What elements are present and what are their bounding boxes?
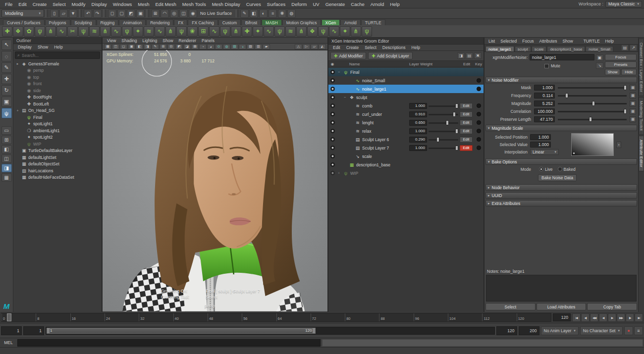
groom-menu-help[interactable]: Help bbox=[409, 45, 423, 50]
expander-icon[interactable]: − bbox=[342, 96, 347, 99]
shelf-tool-icon[interactable]: ⊞ bbox=[198, 26, 209, 37]
groom-row-final[interactable]: −ψFinal bbox=[328, 68, 483, 76]
paint-effects-icon[interactable]: ❋ bbox=[278, 9, 286, 18]
grease-pencil-icon[interactable]: ✎ bbox=[152, 44, 159, 50]
image-plane-icon[interactable]: ◧ bbox=[136, 44, 143, 50]
search-input[interactable] bbox=[22, 53, 98, 58]
viewport-menu-show[interactable]: Show bbox=[160, 38, 175, 43]
key-dot[interactable] bbox=[474, 129, 483, 133]
expand-node-icon[interactable]: ↘ bbox=[596, 62, 603, 69]
shelf-tool-icon[interactable]: ∿ bbox=[111, 26, 121, 37]
edit-button[interactable]: Edit bbox=[460, 137, 473, 143]
groom-row-comb[interactable]: ≋comb1.000Edit bbox=[328, 101, 483, 110]
layout-persp-outliner[interactable]: ◧ bbox=[1, 145, 12, 153]
make-live-icon[interactable]: ◉ bbox=[189, 9, 197, 18]
outliner-search[interactable]: ⌕ bbox=[15, 51, 100, 59]
groom-row-relax[interactable]: ≋relax1.000Edit bbox=[328, 127, 483, 135]
shelf-tool-icon[interactable]: ✚ bbox=[242, 26, 252, 37]
shelf-tool-icon[interactable]: ❖ bbox=[13, 26, 23, 37]
play-backwards-button[interactable]: ◀ bbox=[599, 313, 607, 322]
range-handle-left[interactable] bbox=[47, 328, 50, 333]
visibility-dot[interactable] bbox=[328, 70, 336, 74]
mode-baked-radio[interactable]: Baked bbox=[558, 167, 576, 172]
snap-curve-icon[interactable]: ◠ bbox=[161, 9, 169, 18]
bake-noise-data-button[interactable]: Bake Noise Data bbox=[538, 174, 577, 181]
outliner-item-on-head-sg[interactable]: +▤On_Head_SG bbox=[13, 107, 102, 114]
ae-tab-noise-small[interactable]: noise_Small bbox=[586, 46, 613, 51]
shelf-tab-fx[interactable]: FX bbox=[174, 19, 187, 25]
edit-button[interactable]: Edit bbox=[460, 120, 473, 126]
film-gate-icon[interactable]: ⊟ bbox=[167, 44, 175, 50]
attr-slider[interactable] bbox=[558, 108, 627, 114]
new-scene-icon[interactable]: ▯ bbox=[50, 9, 58, 18]
ae-tab-sculpt[interactable]: sculpt bbox=[515, 46, 531, 51]
shelf-tool-icon[interactable]: ⋔ bbox=[165, 26, 176, 37]
shelf-tool-icon[interactable]: ⋔ bbox=[231, 26, 241, 37]
side-tab-modeling-toolkit[interactable]: Modeling Toolkit bbox=[639, 97, 644, 135]
shelf-tab-xgen[interactable]: XGen bbox=[322, 19, 340, 25]
ae-tab-noise-large1[interactable]: noise_large1 bbox=[485, 46, 514, 51]
wireframe-icon[interactable]: ⊙ bbox=[215, 44, 222, 50]
mute-checkbox[interactable] bbox=[544, 64, 549, 68]
edit-button[interactable]: Edit bbox=[460, 145, 473, 151]
outliner-item-hairlocations[interactable]: ▧hairLocations bbox=[13, 167, 102, 174]
slider-handle[interactable] bbox=[446, 120, 449, 125]
play-forwards-button[interactable]: ▶ bbox=[608, 313, 616, 322]
shelf-tool-icon[interactable]: ✦ bbox=[133, 26, 143, 37]
groom-row-lenght[interactable]: ≋lenght0.650Edit bbox=[328, 118, 483, 127]
viewport-menu-shading[interactable]: Shading bbox=[119, 38, 139, 43]
layout-single-pane[interactable]: ▭ bbox=[1, 126, 12, 135]
step-forward-key-button[interactable]: |▶ bbox=[626, 313, 634, 322]
load-attributes-button[interactable]: Load Attributes bbox=[537, 303, 587, 310]
motion-blur-icon[interactable]: ▰ bbox=[263, 44, 270, 50]
go-to-end-button[interactable]: ▶| bbox=[635, 313, 643, 322]
menu-curves[interactable]: Curves bbox=[243, 1, 264, 7]
shelf-tool-icon[interactable]: ❖ bbox=[307, 26, 318, 37]
open-scene-icon[interactable]: ▱ bbox=[59, 9, 68, 18]
section-header-magnitude-scale[interactable]: ▾ Magnitude Scale bbox=[485, 125, 637, 131]
shadows-icon[interactable]: ▨ bbox=[247, 44, 254, 50]
visibility-dot[interactable] bbox=[328, 137, 336, 142]
step-back-frame-button[interactable]: ◀◀ bbox=[590, 313, 598, 322]
construction-history-icon[interactable]: ✎ bbox=[240, 9, 249, 18]
column-layer-weight[interactable]: Layer Weight bbox=[409, 62, 460, 66]
layout-four-pane[interactable]: ⊞ bbox=[1, 136, 12, 144]
groom-menu-create[interactable]: Create bbox=[344, 45, 362, 50]
attr-slider[interactable] bbox=[558, 116, 627, 122]
popout-icon[interactable]: ↗ bbox=[630, 45, 637, 51]
key-dot[interactable] bbox=[474, 120, 483, 125]
shelf-tool-icon[interactable]: ψ bbox=[122, 26, 132, 37]
shelf-tab-bifrost[interactable]: Bifrost bbox=[241, 19, 261, 25]
menu-edit-mesh[interactable]: Edit Mesh bbox=[153, 1, 179, 7]
shelf-tool-icon[interactable]: ψ bbox=[35, 26, 45, 37]
visibility-dot[interactable] bbox=[328, 95, 336, 100]
playback-end-field[interactable]: 120 bbox=[496, 326, 517, 335]
shelf-tool-icon[interactable]: ψ bbox=[78, 26, 89, 37]
groom-row-sculpt-layer-7[interactable]: ▤Sculpt Layer 71.000Edit bbox=[328, 144, 483, 152]
texture-map-button[interactable]: ▩ bbox=[630, 93, 636, 99]
undo-icon[interactable]: ↶ bbox=[84, 9, 92, 18]
outliner-item-defaultobjectset[interactable]: ▦defaultObjectSet bbox=[13, 161, 102, 168]
attr-value-field[interactable]: 100.000 bbox=[534, 108, 555, 114]
new-folder-icon[interactable]: ▤ bbox=[466, 52, 473, 59]
highlight-selection-icon[interactable]: ▣ bbox=[136, 9, 145, 18]
expander-icon[interactable]: + bbox=[15, 109, 20, 112]
outliner-item-spotlight1[interactable]: ✦spotLight1 bbox=[13, 121, 102, 128]
key-dot[interactable] bbox=[474, 146, 483, 150]
outliner-item-bootright[interactable]: ✚BootRight bbox=[13, 94, 102, 101]
key-dot[interactable] bbox=[474, 137, 483, 142]
grid-icon[interactable]: ⊞ bbox=[160, 44, 167, 50]
slider-handle[interactable] bbox=[453, 112, 456, 117]
safe-title-icon[interactable]: ◕ bbox=[207, 44, 215, 50]
menu-create[interactable]: Create bbox=[30, 1, 50, 7]
column-edit[interactable]: Edit bbox=[460, 62, 474, 66]
outliner-item-top[interactable]: ◉top bbox=[13, 74, 102, 81]
edit-button[interactable]: Edit bbox=[460, 111, 473, 117]
shelf-tool-icon[interactable]: ≋ bbox=[89, 26, 100, 37]
outliner-item-wip[interactable]: ψWIP bbox=[13, 141, 102, 148]
two-d-pan-zoom-icon[interactable]: ◨ bbox=[144, 44, 151, 50]
time-ruler[interactable]: 081624324048566472808896104112120 bbox=[1, 313, 551, 322]
range-handle-right[interactable] bbox=[313, 328, 315, 333]
menu-select[interactable]: Select bbox=[50, 1, 68, 7]
menu-mesh[interactable]: Mesh bbox=[135, 1, 152, 7]
